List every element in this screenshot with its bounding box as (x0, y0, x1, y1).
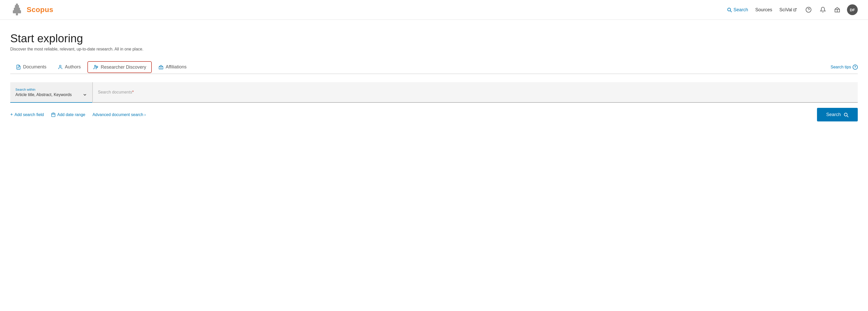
svg-line-8 (795, 8, 796, 10)
institution-button[interactable] (833, 5, 842, 14)
page-title: Start exploring (10, 32, 858, 45)
bell-icon (820, 7, 826, 13)
institution-icon (834, 7, 840, 13)
documents-icon (16, 65, 21, 70)
help-icon (805, 7, 812, 13)
tab-authors-label: Authors (65, 64, 81, 70)
header-nav: Search Sources SciVal (727, 4, 858, 15)
tab-documents[interactable]: Documents (10, 61, 52, 74)
svg-point-16 (95, 65, 96, 67)
notifications-button[interactable] (818, 5, 828, 14)
nav-sources-link[interactable]: Sources (755, 7, 772, 12)
chevron-down-icon (83, 93, 87, 97)
search-actions-left: + Add search field Add date range Advanc… (10, 112, 146, 117)
search-within-value: Article title, Abstract, Keywords (16, 93, 87, 97)
svg-point-6 (728, 8, 731, 11)
nav-scival-link[interactable]: SciVal (779, 7, 797, 12)
advanced-document-search-link[interactable]: Advanced document search › (93, 112, 146, 117)
advanced-search-arrow: › (144, 112, 146, 117)
user-avatar[interactable]: DF (847, 4, 858, 15)
advanced-search-label: Advanced document search (93, 112, 143, 117)
main-content: Start exploring Discover the most reliab… (0, 20, 868, 127)
tab-researcher-discovery[interactable]: Researcher Discovery (87, 61, 152, 73)
search-button[interactable]: Search (817, 108, 858, 122)
add-date-range-label: Add date range (57, 112, 85, 117)
tab-researcher-discovery-label: Researcher Discovery (101, 65, 146, 70)
svg-rect-5 (16, 4, 18, 6)
search-tips-icon: ? (852, 65, 858, 70)
tab-documents-label: Documents (23, 64, 46, 70)
external-link-icon (793, 8, 797, 11)
plus-icon: + (10, 112, 13, 117)
header: Scopus Search Sources SciVal (0, 0, 868, 20)
svg-point-17 (96, 66, 98, 68)
search-within-label: Search within (16, 88, 87, 92)
svg-point-25 (844, 113, 847, 116)
logo-area: Scopus (10, 3, 53, 16)
search-input-row: Search within Article title, Abstract, K… (10, 82, 858, 103)
elsevier-logo-icon (10, 3, 24, 16)
search-within-dropdown[interactable]: Search within Article title, Abstract, K… (10, 82, 92, 103)
search-bottom-row: + Add search field Add date range Advanc… (10, 103, 858, 127)
nav-search-link[interactable]: Search (727, 7, 748, 12)
scopus-logo-text: Scopus (27, 6, 53, 14)
svg-point-15 (60, 65, 61, 67)
help-button[interactable] (804, 5, 813, 14)
affiliations-icon (158, 65, 163, 70)
add-search-field-label: Add search field (14, 112, 44, 117)
calendar-icon (51, 112, 56, 117)
researcher-discovery-icon (93, 64, 99, 70)
svg-line-7 (730, 11, 732, 12)
tab-authors[interactable]: Authors (52, 61, 86, 74)
required-asterisk: * (132, 90, 133, 94)
search-tips-label: Search tips (831, 65, 851, 69)
search-button-label: Search (826, 112, 841, 117)
svg-line-26 (847, 116, 848, 117)
search-input-area[interactable]: Search documents* (93, 82, 858, 103)
search-button-icon (843, 112, 848, 117)
search-area: Search within Article title, Abstract, K… (10, 82, 858, 103)
search-icon (727, 7, 732, 12)
search-tips-link[interactable]: Search tips ? (831, 63, 858, 72)
tab-affiliations-label: Affiliations (165, 64, 187, 70)
add-date-range-button[interactable]: Add date range (51, 112, 85, 117)
authors-icon (58, 65, 63, 70)
svg-rect-20 (52, 113, 55, 117)
page-subtitle: Discover the most reliable, relevant, up… (10, 47, 858, 51)
search-placeholder: Search documents* (98, 90, 134, 95)
tab-affiliations[interactable]: Affiliations (153, 61, 192, 74)
search-tabs: Documents Authors Researcher Discovery (10, 61, 858, 74)
add-search-field-button[interactable]: + Add search field (10, 112, 44, 117)
nav-icon-group: DF (804, 4, 858, 15)
